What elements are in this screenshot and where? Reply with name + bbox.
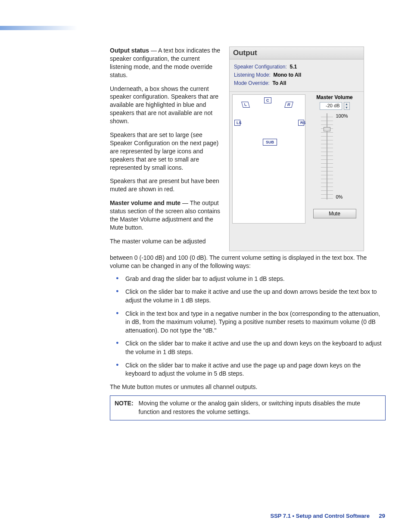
master-volume-slider[interactable] [321,113,333,199]
slider-min-label: 0% [336,194,348,199]
para-adjusted-lead: The master volume can be adjusted [110,237,223,246]
speaker-ls-icon: LS [234,120,240,126]
bold-output-status: Output status [110,47,149,54]
speaker-l-icon: L [241,102,249,108]
listening-mode-value: Mono to All [273,72,301,78]
page-content: Output status — A text box indicates the… [110,47,386,420]
speaker-layout-area: L C R LS RS SUB [232,94,305,224]
note-text: Moving the volume or the analog gain sli… [139,399,381,416]
page-header-gradient [0,26,78,30]
speaker-r-icon: R [284,102,293,108]
page-footer: SSP 7.1 • Setup and Control Software 29 [270,513,385,519]
master-volume-area: Master Volume -20 dB ▲ ▼ 100% [305,92,364,228]
mode-override-value: To All [272,80,286,86]
bullet-item: Click on the slider bar to make it activ… [116,339,386,356]
bullet-list: Grab and drag the slider bar to adjust v… [116,275,386,378]
spk-config-value: 5.1 [290,64,297,70]
master-volume-spinner[interactable]: ▲ ▼ [344,102,350,110]
note-box: NOTE: Moving the volume or the analog ga… [110,395,386,420]
note-label: NOTE: [115,399,134,416]
bullet-item: Click on the slider bar to make it activ… [116,361,386,378]
para-adjusted-cont: between 0 (-100 dB) and 100 (0 dB). The … [110,254,386,271]
slider-thumb[interactable] [324,127,330,131]
para-master-volume: Master volume and mute — The output stat… [110,199,223,232]
after-panel-text: between 0 (-100 dB) and 100 (0 dB). The … [110,254,386,420]
panel-title: Output [230,47,364,59]
intro-text-column: Output status — A text box indicates the… [110,47,229,251]
slider-max-label: 100% [336,113,348,118]
spinner-up-icon[interactable]: ▲ [344,103,349,106]
spk-config-label: Speaker Configuration: [234,64,287,70]
bold-master-volume: Master volume and mute [110,199,181,206]
listening-mode-label: Listening Mode: [234,72,271,78]
bullet-item: Click in the text box and type in a nega… [116,310,386,335]
footer-text: SSP 7.1 • Setup and Control Software [270,513,369,519]
bullet-item: Grab and drag the slider bar to adjust v… [116,275,386,283]
para-muted-red: Speakers that are present but have been … [110,177,223,193]
output-panel: Output Speaker Configuration: 5.1 Listen… [229,47,364,251]
master-volume-title: Master Volume [316,94,352,100]
para-mute-button: The Mute button mutes or unmutes all cha… [110,383,386,392]
mute-button[interactable]: Mute [313,209,356,218]
page-number: 29 [379,513,385,519]
spinner-down-icon[interactable]: ▼ [344,106,349,109]
mode-override-label: Mode Override: [234,80,270,86]
para-underneath: Underneath, a box shows the current spea… [110,85,223,125]
speaker-rs-icon: RS [298,120,304,126]
panel-status: Speaker Configuration: 5.1 Listening Mod… [230,59,364,91]
para-output-status: Output status — A text box indicates the… [110,47,223,79]
master-volume-input[interactable]: -20 dB [320,102,342,110]
speaker-sub-icon: SUB [263,139,277,146]
bullet-item: Click on the slider bar to make it activ… [116,288,386,305]
speaker-c-icon: C [264,97,271,103]
para-large-small: Speakers that are set to large (see Spea… [110,131,223,171]
